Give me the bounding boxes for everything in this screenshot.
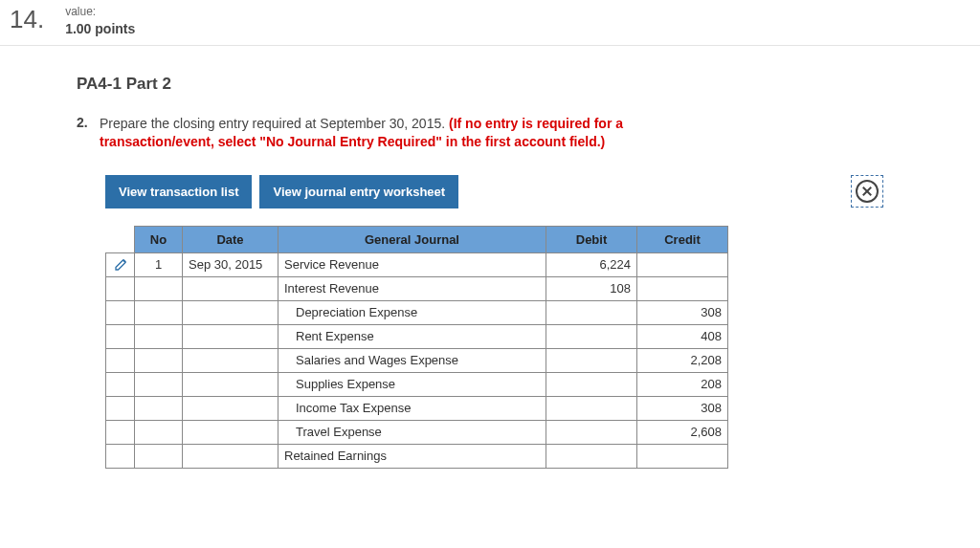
debit-cell[interactable]	[546, 348, 637, 372]
credit-cell[interactable]: 308	[637, 396, 728, 420]
view-journal-entry-worksheet-button[interactable]: View journal entry worksheet	[259, 175, 458, 208]
no-cell	[135, 324, 183, 348]
table-row: 1Sep 30, 2015Service Revenue6,224	[106, 252, 728, 276]
instruction-text-black: Prepare the closing entry required at Se…	[100, 116, 449, 131]
date-cell	[183, 420, 278, 444]
account-cell[interactable]: Retained Earnings	[278, 444, 546, 468]
date-cell	[183, 396, 278, 420]
debit-cell[interactable]	[546, 420, 637, 444]
no-cell	[135, 348, 183, 372]
journal-table-wrap: No Date General Journal Debit Credit 1Se…	[105, 226, 842, 469]
table-row: Travel Expense2,608	[106, 420, 728, 444]
table-row: Retained Earnings	[106, 444, 728, 468]
date-cell	[183, 444, 278, 468]
account-cell[interactable]: Rent Expense	[278, 324, 546, 348]
date-cell	[183, 348, 278, 372]
debit-cell[interactable]	[546, 324, 637, 348]
credit-cell[interactable]: 308	[637, 300, 728, 324]
debit-cell[interactable]	[546, 396, 637, 420]
pencil-icon[interactable]	[114, 256, 127, 270]
date-cell	[183, 276, 278, 300]
account-cell[interactable]: Income Tax Expense	[278, 396, 546, 420]
account-cell[interactable]: Travel Expense	[278, 420, 546, 444]
edit-cell	[106, 372, 135, 396]
col-date: Date	[183, 226, 278, 252]
edit-cell	[106, 396, 135, 420]
edit-cell	[106, 324, 135, 348]
account-cell[interactable]: Supplies Expense	[278, 372, 546, 396]
journal-table: No Date General Journal Debit Credit 1Se…	[105, 226, 728, 469]
instruction-block: 2. Prepare the closing entry required at…	[77, 115, 842, 151]
view-transaction-list-button[interactable]: View transaction list	[105, 175, 252, 208]
table-row: Depreciation Expense308	[106, 300, 728, 324]
no-cell	[135, 396, 183, 420]
button-row: View transaction list View journal entry…	[105, 175, 883, 208]
no-cell	[135, 300, 183, 324]
edit-cell	[106, 444, 135, 468]
no-cell	[135, 276, 183, 300]
credit-cell[interactable]: 208	[637, 372, 728, 396]
table-header-row: No Date General Journal Debit Credit	[106, 226, 728, 252]
debit-cell[interactable]	[546, 444, 637, 468]
no-cell: 1	[135, 252, 183, 276]
part-title: PA4-1 Part 2	[77, 75, 842, 94]
no-cell	[135, 420, 183, 444]
instruction-number: 2.	[77, 115, 100, 151]
edit-cell	[106, 420, 135, 444]
close-icon[interactable]	[851, 175, 883, 208]
debit-cell[interactable]	[546, 372, 637, 396]
col-credit: Credit	[637, 226, 728, 252]
table-row: Supplies Expense208	[106, 372, 728, 396]
credit-cell[interactable]: 2,608	[637, 420, 728, 444]
date-cell	[183, 324, 278, 348]
instruction-text: Prepare the closing entry required at Se…	[100, 115, 712, 151]
no-cell	[135, 444, 183, 468]
table-row: Interest Revenue108	[106, 276, 728, 300]
date-cell: Sep 30, 2015	[183, 252, 278, 276]
account-cell[interactable]: Interest Revenue	[278, 276, 546, 300]
debit-cell[interactable]	[546, 300, 637, 324]
credit-cell[interactable]: 408	[637, 324, 728, 348]
table-row: Salaries and Wages Expense2,208	[106, 348, 728, 372]
value-label: value:	[65, 5, 135, 20]
points-value: 1.00 points	[65, 20, 135, 37]
col-debit: Debit	[546, 226, 637, 252]
question-number: 14.	[10, 5, 44, 32]
col-no: No	[135, 226, 183, 252]
col-general-journal: General Journal	[278, 226, 546, 252]
edit-cell	[106, 276, 135, 300]
credit-cell[interactable]	[637, 276, 728, 300]
edit-cell	[106, 300, 135, 324]
credit-cell[interactable]	[637, 444, 728, 468]
credit-cell[interactable]: 2,208	[637, 348, 728, 372]
date-cell	[183, 372, 278, 396]
value-block: value: 1.00 points	[65, 5, 135, 37]
date-cell	[183, 300, 278, 324]
account-cell[interactable]: Salaries and Wages Expense	[278, 348, 546, 372]
table-row: Income Tax Expense308	[106, 396, 728, 420]
credit-cell[interactable]	[637, 252, 728, 276]
edit-cell	[106, 348, 135, 372]
account-cell[interactable]: Depreciation Expense	[278, 300, 546, 324]
table-row: Rent Expense408	[106, 324, 728, 348]
question-header: 14. value: 1.00 points	[0, 0, 980, 46]
account-cell[interactable]: Service Revenue	[278, 252, 546, 276]
debit-cell[interactable]: 6,224	[546, 252, 637, 276]
no-cell	[135, 372, 183, 396]
edit-cell[interactable]	[106, 252, 135, 276]
debit-cell[interactable]: 108	[546, 276, 637, 300]
